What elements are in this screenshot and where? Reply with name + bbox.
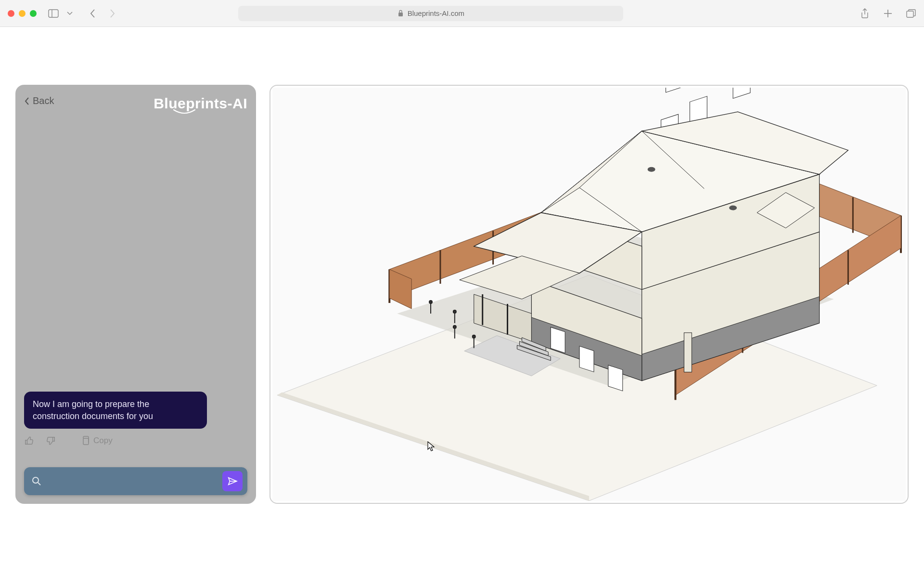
window-traffic-lights xyxy=(8,10,37,17)
svg-line-8 xyxy=(38,483,40,485)
chat-input-bar xyxy=(24,467,247,495)
svg-point-7 xyxy=(33,477,38,483)
svg-rect-71 xyxy=(684,333,692,372)
share-icon[interactable] xyxy=(860,8,870,19)
brand-logo: Blueprints-AI xyxy=(154,95,247,112)
assistant-message: Now I am going to prepare the constructi… xyxy=(24,392,207,429)
svg-point-66 xyxy=(453,310,456,313)
send-button[interactable] xyxy=(222,471,243,491)
svg-rect-5 xyxy=(907,11,913,17)
url-bar[interactable]: Blueprints-AI.com xyxy=(238,6,623,21)
chat-sidebar: Back Blueprints-AI Now I am going to pre… xyxy=(15,85,256,504)
minimize-window-icon[interactable] xyxy=(19,10,26,17)
send-icon xyxy=(227,476,238,486)
message-actions: Copy xyxy=(24,435,247,446)
nav-forward-icon[interactable] xyxy=(107,8,117,19)
svg-rect-49 xyxy=(608,365,623,391)
sidebar-toggle-icon[interactable] xyxy=(48,8,59,19)
browser-toolbar: Blueprints-AI.com xyxy=(0,0,924,27)
brand-swoosh-icon xyxy=(173,109,196,116)
svg-rect-48 xyxy=(579,346,594,372)
nav-back-icon[interactable] xyxy=(88,8,98,19)
close-window-icon[interactable] xyxy=(8,10,14,17)
svg-point-68 xyxy=(453,326,456,328)
mouse-cursor-icon xyxy=(427,441,435,452)
svg-rect-0 xyxy=(49,10,58,17)
chevron-down-icon[interactable] xyxy=(64,8,75,19)
svg-rect-47 xyxy=(551,327,565,353)
3d-viewport[interactable] xyxy=(270,85,909,504)
svg-point-70 xyxy=(473,335,475,338)
svg-point-57 xyxy=(648,167,655,172)
svg-rect-43 xyxy=(666,88,681,92)
svg-rect-40 xyxy=(733,88,750,98)
maximize-window-icon[interactable] xyxy=(30,10,37,17)
url-text: Blueprints-AI.com xyxy=(408,9,464,17)
chevron-left-icon xyxy=(24,97,30,105)
lock-icon xyxy=(398,10,404,17)
back-button[interactable]: Back xyxy=(24,95,54,106)
svg-point-58 xyxy=(729,206,737,210)
house-rendering xyxy=(272,88,906,501)
back-label: Back xyxy=(33,95,54,106)
svg-rect-2 xyxy=(398,13,403,16)
copy-icon xyxy=(81,436,90,446)
chat-input[interactable] xyxy=(47,477,217,486)
svg-rect-6 xyxy=(83,438,89,445)
svg-point-64 xyxy=(429,301,432,303)
new-tab-icon[interactable] xyxy=(883,8,893,19)
thumbs-down-icon[interactable] xyxy=(45,435,56,446)
tabs-overview-icon[interactable] xyxy=(906,8,916,19)
copy-label: Copy xyxy=(93,436,113,446)
search-icon xyxy=(32,476,41,486)
thumbs-up-icon[interactable] xyxy=(24,435,35,446)
copy-button[interactable]: Copy xyxy=(81,436,113,446)
